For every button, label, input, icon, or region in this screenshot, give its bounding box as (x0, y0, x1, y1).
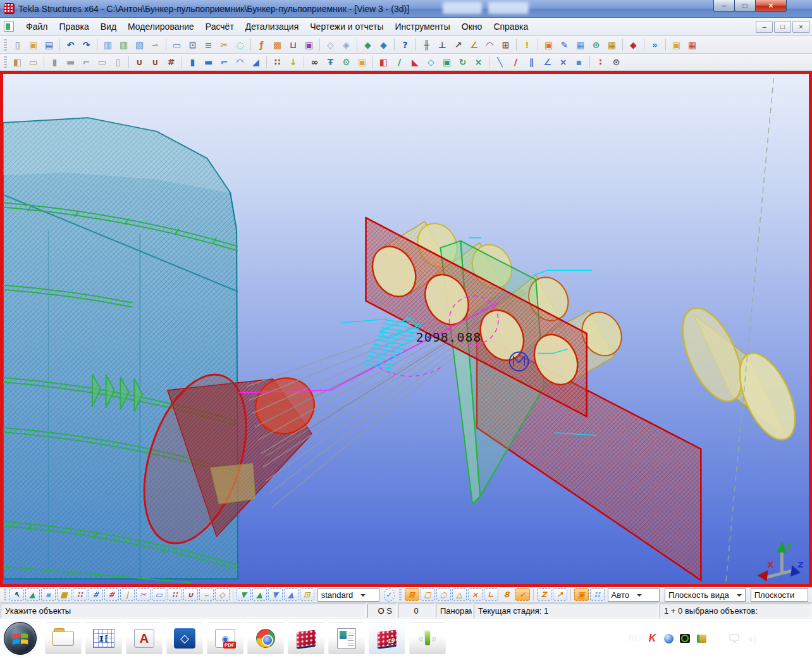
snap-geometry-points-button[interactable]: ▢ (421, 588, 435, 601)
taskbar-tekla-19-button[interactable]: 19 (369, 622, 405, 655)
tekla-online-button[interactable]: ◆ (626, 38, 641, 51)
intersect-lines-button[interactable]: × (556, 56, 570, 69)
kaspersky-icon[interactable]: K (647, 633, 658, 644)
nvidia-icon[interactable] (680, 633, 691, 644)
auto-connections-button[interactable]: ⚙ (339, 56, 354, 69)
snap-free-button[interactable]: ✓ (515, 588, 530, 601)
tray-clock[interactable]: 12:43 27.08.2014 (762, 628, 803, 649)
work-area-button[interactable]: ▣ (355, 56, 369, 69)
app-orb-icon[interactable] (663, 633, 674, 644)
selection-filter-combo[interactable]: standard (317, 588, 380, 602)
snap-any-points-button[interactable]: △ (452, 588, 467, 601)
volume-icon[interactable]: ◄) (746, 633, 756, 644)
steel-column-button[interactable]: ▮ (185, 56, 200, 69)
menu-view[interactable]: Вид (95, 19, 122, 34)
undo-button[interactable]: ↶ (63, 38, 78, 51)
mdi-close-button[interactable]: × (792, 21, 809, 33)
snap-ortho-button[interactable]: Z (537, 588, 551, 601)
select-grid-lines-switch[interactable]: # (104, 588, 119, 601)
menu-drawings-reports[interactable]: Чертежи и отчеты (304, 19, 389, 34)
measure-free-button[interactable]: ↗ (451, 38, 465, 51)
concrete-beam-button[interactable]: ▬ (63, 56, 78, 69)
next-marks-button[interactable]: » (648, 38, 662, 51)
bisect-angle-button[interactable]: ∠ (540, 56, 555, 69)
taskbar-qip-button[interactable]: qp (409, 622, 446, 655)
move-object-button[interactable]: ◇ (424, 56, 438, 69)
taskbar-explorer-button[interactable] (45, 622, 82, 655)
copy-special-button[interactable]: ▨ (132, 38, 147, 51)
far-yellow-cylinder-part[interactable] (670, 299, 806, 447)
taskbar-pdf-viewer-button[interactable]: ◉PDF (207, 622, 243, 655)
concrete-polybeam-button[interactable]: ⌐ (79, 56, 94, 69)
measure-horizontal-button[interactable]: ╫ (419, 38, 434, 51)
restore-button[interactable]: □ (734, 0, 756, 12)
snap-depth-indicator[interactable]: 8 (500, 588, 514, 601)
mdi-document-icon[interactable] (4, 22, 14, 32)
project-status-button[interactable]: ▦ (605, 38, 619, 51)
snap-direction-button[interactable]: ↗ (553, 588, 567, 601)
mdi-minimize-button[interactable]: – (756, 21, 773, 33)
viewport-3d[interactable]: 2098.088 X Y Z (0, 71, 812, 587)
macro-editor-button[interactable]: ▣ (302, 38, 316, 51)
cut-with-plane-button[interactable]: ◣ (408, 56, 422, 69)
pad-footing-button[interactable]: ◧ (10, 56, 25, 69)
select-assemblies-up-switch[interactable]: ▲ (284, 588, 298, 601)
custom-component-button[interactable]: ƒ (254, 38, 269, 51)
redraw-view-button[interactable]: ✎ (557, 38, 572, 51)
select-surfaces-switch[interactable]: ■ (57, 588, 71, 601)
close-button[interactable]: × (755, 0, 787, 12)
menu-file[interactable]: Файл (20, 19, 53, 34)
show-handles-button[interactable]: ∷ (590, 588, 605, 601)
find-objects-button[interactable]: ∞ (307, 56, 322, 69)
component-catalog-button[interactable]: ▩ (270, 38, 285, 51)
steel-folded-plate-button[interactable]: ◢ (249, 56, 263, 69)
language-indicator[interactable]: RU (629, 633, 641, 643)
select-assemblies-switch[interactable]: ∷ (168, 588, 182, 601)
select-cuts-switch[interactable]: ✂ (136, 588, 151, 601)
new-model-button[interactable]: ▯ (10, 38, 25, 51)
rotate-copy-button[interactable]: ↻ (455, 56, 470, 69)
paste-button[interactable]: ▥ (116, 38, 131, 51)
select-points-switch[interactable]: ∷ (73, 588, 87, 601)
action-center-flag-icon[interactable]: ⚐ (713, 633, 723, 644)
weld-button[interactable]: ∪ (132, 56, 147, 69)
anchor-rod-button[interactable]: ↓ (286, 56, 300, 69)
weld-polygon-button[interactable]: ∪ (148, 56, 163, 69)
menu-tools[interactable]: Инструменты (390, 19, 456, 34)
select-components-switch[interactable]: ▲ (25, 588, 40, 601)
redo-button[interactable]: ↷ (79, 38, 94, 51)
network-icon[interactable] (729, 633, 740, 644)
project-points-button[interactable]: ◆ (360, 38, 375, 51)
select-parts-switch[interactable]: ▪ (41, 588, 56, 601)
work-plane-view-button[interactable]: Ŧ (323, 56, 338, 69)
menu-help[interactable]: Справка (488, 19, 534, 34)
concrete-slab-button[interactable]: ▭ (95, 56, 109, 69)
selection-filter-button[interactable]: ✓ (384, 588, 395, 602)
taskbar-chrome-button[interactable] (247, 622, 284, 655)
toolbar-grip[interactable] (399, 589, 402, 600)
start-button[interactable] (4, 622, 37, 655)
snap-intersections-button[interactable]: × (468, 588, 483, 601)
measure-vertical-button[interactable]: ⊥ (435, 38, 450, 51)
snap-reference-points-button[interactable]: ⊠ (405, 588, 419, 601)
sweep-button[interactable]: ∽ (148, 38, 163, 51)
taskbar-autocad-button[interactable]: A (126, 622, 163, 655)
menu-analysis[interactable]: Расчёт (200, 19, 240, 34)
menu-window[interactable]: Окно (456, 19, 488, 34)
phase-manager-button[interactable]: ▣ (541, 38, 556, 51)
select-objects-in-components-switch[interactable]: ▼ (237, 588, 251, 601)
taskbar-bimsight-button[interactable]: ◇ (166, 622, 203, 655)
toolbar-grip[interactable] (4, 56, 7, 68)
select-welds-switch[interactable]: ⌣ (199, 588, 214, 601)
screenshot-button[interactable]: ▦ (573, 38, 587, 51)
menu-detailing[interactable]: Детализация (240, 19, 304, 34)
sync-tool-icon[interactable] (696, 633, 707, 644)
select-all-switch[interactable]: ↖ (9, 588, 24, 601)
select-views-switch[interactable]: ▭ (152, 588, 166, 601)
create-point-button[interactable]: ◇ (323, 38, 338, 51)
clash-check-button[interactable]: ! (520, 38, 534, 51)
mdi-restore-button[interactable]: □ (774, 21, 791, 33)
mirror-copy-button[interactable]: × (471, 56, 486, 69)
steel-curved-beam-button[interactable]: ◠ (233, 56, 247, 69)
export-model-button[interactable]: ▦ (685, 38, 699, 51)
